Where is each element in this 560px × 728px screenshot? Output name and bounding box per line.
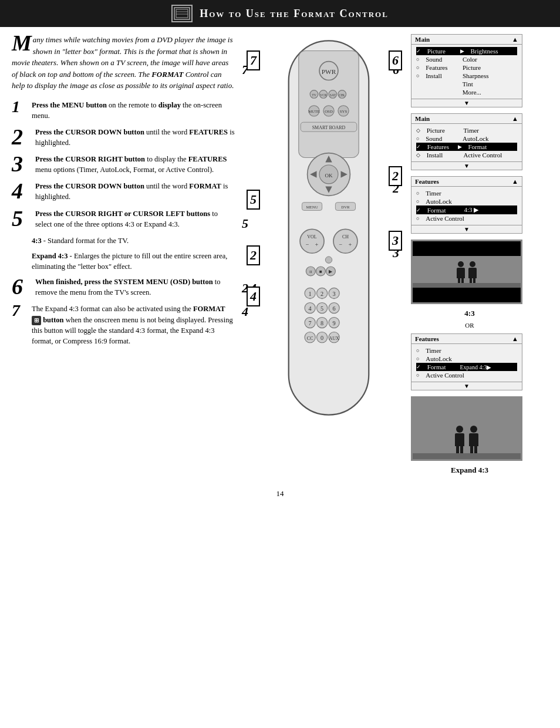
step-box-2b: 2 [247,245,260,265]
svg-text:0: 0 [321,335,323,341]
svg-text:7: 7 [309,320,312,326]
svg-point-39 [333,229,357,253]
svg-text:+: + [349,241,352,248]
step-box-7: 7 [247,50,260,70]
svg-text:1: 1 [309,291,312,297]
svg-text:5: 5 [321,305,323,312]
step-box-6: 6 [389,50,402,70]
menu-row-3-active: ○ Active Control [416,214,517,223]
svg-text:AUX: AUX [329,336,339,341]
svg-text:TV: TV [312,93,316,97]
instructions-col: M any times while watching movies from a… [12,34,235,476]
remote-area: 7 6 2 5 3 2 4 PWR TV VCR SAT CBL [241,34,405,445]
step-num-4: 4 [12,180,32,202]
step-7: 7 The Expand 4:3 format can also be acti… [12,304,235,346]
menu-row-3-format: ✓ Format 4:3 ▶ [416,205,517,214]
svg-text:CBL: CBL [339,93,346,97]
step-text-7: The Expand 4:3 format can also be activa… [32,304,235,346]
step-6: 6 When finished, press the SYSTEM MENU (… [12,277,235,298]
step-box-4: 4 [247,287,260,306]
menu-row-4-timer: ○ Timer [416,346,517,355]
label-expand: Expand 4:3 [411,466,528,475]
menu-row-2-sound: ○ Sound AutoLock [416,134,517,143]
menu-title-1: Main▲ [411,35,522,45]
remote-label-5: 5 [242,216,248,231]
step-num-6: 6 [12,275,32,298]
svg-rect-1 [176,9,188,18]
menu-row-3-timer: ○ Timer [416,189,517,197]
step-box-5: 5 [247,190,260,210]
menu-row-2-install: ◇ Install Active Control [416,151,517,159]
sub-expand: Expand 4:3 - Enlarges the picture to fil… [32,251,235,272]
dropcap: M [12,34,32,52]
step-num-5: 5 [12,207,32,230]
step-text-5: Press the CURSOR RIGHT or CURSOR LEFT bu… [35,208,235,230]
menu-row-3-autolock: ○ AutoLock [416,197,517,205]
svg-text:SMART BOARD: SMART BOARD [312,125,346,130]
step-4: 4 Press the CURSOR DOWN button until the… [12,181,235,202]
svg-text:4: 4 [309,305,312,312]
svg-text:SAT: SAT [330,93,336,97]
tv-screen-expand [411,396,522,461]
page-header: How to Use the Format Control [0,0,560,27]
svg-text:SYS: SYS [340,109,348,113]
svg-text:▶: ▶ [329,269,333,274]
svg-text:9: 9 [333,320,336,326]
step-2: 2 Press the CURSOR DOWN button until the… [12,127,235,148]
or-label: OR [411,322,528,329]
intro-text: any times while watching movies from a D… [12,35,234,90]
step-3: 3 Press the CURSOR RIGHT button to displ… [12,154,235,175]
menu-row-install: ○ Install Sharpness [416,72,517,80]
header-title: How to Use the Format Control [200,8,389,20]
menu-title-2: Main▲ [411,114,522,124]
svg-text:■: ■ [319,269,322,274]
step-num-3: 3 [12,153,32,175]
step-box-2: 2 [389,166,402,186]
menu-row-4-autolock: ○ AutoLock [416,355,517,363]
menu-row-2-features: ✓ Features▶ Format [416,143,517,151]
svg-text:CH: CH [342,234,349,240]
svg-text:II: II [309,269,312,274]
menu-scroll-2: ▼ [411,161,522,170]
main-content: M any times while watching movies from a… [0,27,560,483]
svg-text:PWR: PWR [322,68,336,75]
page-number: 14 [0,489,560,504]
svg-text:MENU: MENU [306,205,318,209]
menu-title-3: Features▲ [411,177,522,187]
svg-point-49 [325,257,332,263]
menu-panel-3: Features▲ ○ Timer ○ AutoLock ✓ Format 4:… [411,176,522,234]
svg-text:3: 3 [333,291,336,297]
step-1: 1 Press the MENU button on the remote to… [12,100,235,121]
svg-text:6: 6 [333,305,336,312]
svg-text:DVR: DVR [341,205,350,209]
menu-panel-2: Main▲ ◇ Picture Timer ○ Sound AutoLock ✓… [411,113,522,170]
svg-point-35 [300,229,324,253]
svg-text:8: 8 [321,320,323,326]
svg-text:CC: CC [307,336,313,341]
svg-text:−: − [306,241,309,248]
svg-text:MUTE: MUTE [308,109,319,113]
step-text-1: Press the MENU button on the remote to d… [32,100,235,121]
svg-text:−: − [339,241,343,248]
menu-scroll-1: ▼ [411,99,522,107]
svg-text:OK: OK [325,173,333,178]
menu-row-4-active: ○ Active Control [416,371,517,379]
step-text-3: Press the CURSOR RIGHT button to display… [35,154,235,175]
step-num-1: 1 [12,99,28,115]
svg-text:+: + [315,241,319,248]
step-num-2: 2 [12,126,32,148]
menu-row-picture: ✓ Picture▶ Brightness [416,47,517,55]
step-box-3: 3 [389,231,402,251]
step-text-4: Press the CURSOR DOWN button until the w… [35,181,235,202]
menu-row-sound: ○ Sound Color [416,55,517,63]
step-text-6: When finished, press the SYSTEM MENU (OS… [35,277,235,298]
menu-title-4: Features▲ [411,334,522,344]
step-5: 5 Press the CURSOR RIGHT or CURSOR LEFT … [12,208,235,230]
header-icon [171,5,193,22]
svg-text:VCR: VCR [320,93,327,97]
label-43: 4:3 [411,309,528,318]
menu-scroll-3: ▼ [411,225,522,233]
svg-text:OSD: OSD [325,109,333,113]
intro-paragraph: M any times while watching movies from a… [12,34,235,92]
sub-43: 4:3 - Standard format for the TV. [32,235,235,246]
